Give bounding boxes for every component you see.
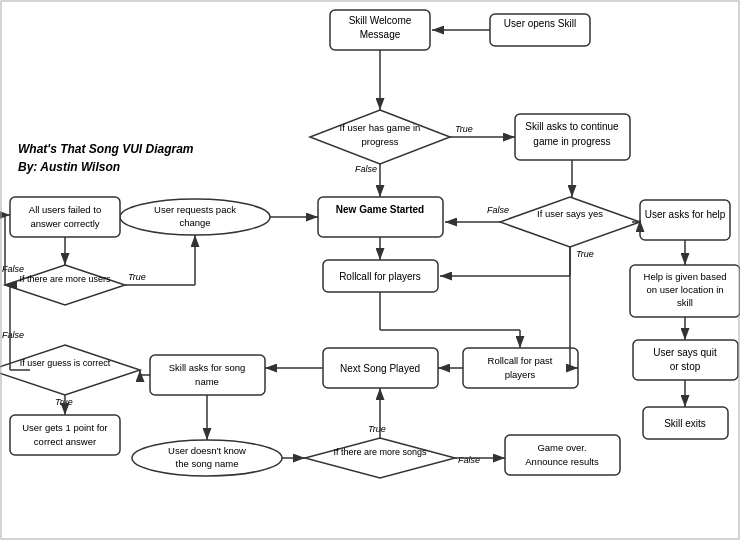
- user-quit-label: User says quit: [653, 347, 717, 358]
- user-quit-label2: or stop: [670, 361, 701, 372]
- false-label-guess: False: [2, 330, 24, 340]
- user-gets-point-label: User gets 1 point for: [22, 422, 108, 433]
- skill-welcome-label2: Message: [360, 29, 401, 40]
- game-over-label: Game over.: [537, 442, 586, 453]
- help-given-label: Help is given based: [644, 271, 727, 282]
- skill-continue-label: Skill asks to continue: [525, 121, 619, 132]
- all-users-failed-label2: answer correctly: [30, 218, 99, 229]
- rollcall-label: Rollcall for players: [339, 271, 421, 282]
- game-in-progress-label2: progress: [362, 136, 399, 147]
- new-game-label: New Game Started: [336, 204, 424, 215]
- svg-rect-11: [640, 200, 730, 240]
- svg-rect-32: [10, 415, 120, 455]
- skill-exits-label: Skill exits: [664, 418, 706, 429]
- skill-welcome-label: Skill Welcome: [349, 15, 412, 26]
- true-label-game: True: [455, 124, 473, 134]
- rollcall-past-label2: players: [505, 369, 536, 380]
- user-asks-help-label: User asks for help: [645, 209, 726, 220]
- help-given-label3: skill: [677, 297, 693, 308]
- svg-rect-16: [633, 340, 738, 380]
- svg-rect-25: [10, 197, 120, 237]
- false-label-game: False: [355, 164, 377, 174]
- true-label-more-users: True: [128, 272, 146, 282]
- user-says-yes-label: If user says yes: [537, 208, 603, 219]
- svg-rect-8: [318, 197, 443, 237]
- game-in-progress-label: If user has game in: [340, 122, 421, 133]
- false-label-songs: False: [458, 455, 480, 465]
- false-label-yes: False: [487, 205, 509, 215]
- user-doesnt-know-label: User doesn't know: [168, 445, 246, 456]
- skill-continue-label2: game in progress: [533, 136, 610, 147]
- true-label-songs: True: [368, 424, 386, 434]
- help-given-label2: on user location in: [646, 284, 723, 295]
- user-opens-label: User opens Skill: [504, 18, 576, 29]
- all-users-failed-label: All users failed to: [29, 204, 101, 215]
- svg-rect-35: [150, 355, 265, 395]
- skill-asks-song-label: Skill asks for song: [169, 362, 246, 373]
- true-label-guess: True: [55, 397, 73, 407]
- svg-rect-48: [505, 435, 620, 475]
- if-more-users-label: If there are more users: [19, 274, 111, 284]
- if-more-songs-label: If there are more songs: [333, 447, 427, 457]
- if-more-songs-diamond: [305, 438, 455, 478]
- true-label-yes: True: [576, 249, 594, 259]
- game-over-label2: Announce results: [525, 456, 599, 467]
- next-song-label: Next Song Played: [340, 363, 420, 374]
- flowchart-svg: Skill Welcome Message User opens Skill I…: [0, 0, 740, 540]
- user-doesnt-know-label2: the song name: [176, 458, 239, 469]
- user-gets-point-label2: correct answer: [34, 436, 96, 447]
- svg-rect-40: [463, 348, 578, 388]
- user-says-yes-diamond: [500, 197, 640, 247]
- if-guess-correct-label: If user guess is correct: [20, 358, 111, 368]
- user-requests-pack-label: User requests pack: [154, 204, 236, 215]
- user-requests-pack-label2: change: [179, 217, 210, 228]
- skill-asks-song-label2: name: [195, 376, 219, 387]
- rollcall-past-label: Rollcall for past: [488, 355, 553, 366]
